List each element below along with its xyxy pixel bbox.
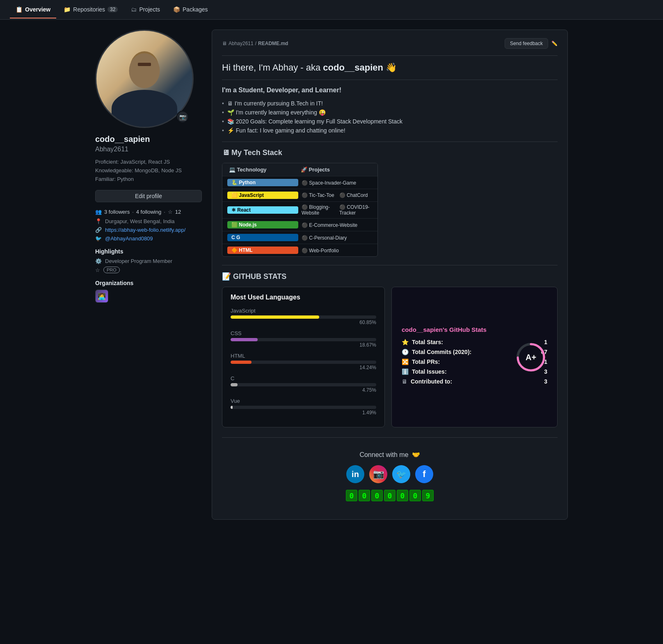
skill-2: Knowledgeable: MongoDB, Node JS (95, 167, 202, 175)
project-tic-tac-toe[interactable]: ⚫ Tic-Tac-Toe (302, 192, 334, 198)
send-feedback-button[interactable]: Send feedback (505, 38, 548, 49)
star-stat-icon: ⭐ (402, 339, 409, 345)
readme-divider (222, 55, 558, 56)
github-stats-card: codo__sapien's GitHub Stats ⭐ Total Star… (391, 287, 558, 427)
twitter-social-icon[interactable]: 🐦 (392, 465, 410, 483)
readme-filename: README.md (258, 41, 288, 46)
twitter-link[interactable]: @AbhayAnand0809 (105, 235, 153, 242)
handshake-icon: 🤝 (412, 451, 420, 459)
username: codo__sapien (95, 135, 202, 144)
tag-python: 🐍 Python (227, 179, 298, 186)
readme-card: 🖥 Abhay2611 / README.md Send feedback ✏️… (212, 30, 568, 520)
website-link[interactable]: https://abhay-web-folio.netlify.app/ (105, 227, 185, 233)
stars-icon: ☆ (168, 209, 173, 215)
location-text: Durgapur, West Bengal, India (105, 218, 175, 224)
digit-3: 0 (371, 490, 383, 501)
twitter-icon: 🐦 (95, 235, 102, 242)
bullet-4: ⚡ Fun fact: I love gaming and chatting o… (222, 126, 558, 135)
avatar-container: 📷 (95, 30, 194, 128)
lang-vue-track (231, 406, 376, 409)
facebook-icon[interactable]: f (415, 465, 433, 483)
issues-icon: ℹ️ (402, 368, 409, 375)
stats-card-title: codo__sapien's GitHub Stats (402, 326, 547, 333)
project-blogging[interactable]: ⚫ Blogging-Website (302, 204, 334, 216)
pro-badge: PRO (103, 267, 120, 273)
skill-1: Proficient: JavaScript, React JS (95, 158, 202, 167)
lang-card-title: Most Used Languages (231, 294, 376, 301)
connect-section: Connect with me 🤝 in 📷 🐦 f 0 0 0 0 0 0 9 (222, 437, 558, 511)
stars-link[interactable]: 12 (175, 209, 181, 215)
bullet-1: 🖥 I'm currently pursuing B.Tech in IT! (222, 99, 558, 108)
linkedin-icon[interactable]: in (346, 465, 364, 483)
digit-7: 9 (422, 490, 434, 501)
tech-row-cpp: C G ⚫ C-Personal-Diary (222, 231, 377, 244)
tag-react: ⚛ React (227, 206, 298, 214)
tech-row-js: 🟨 JavaScript ⚫ Tic-Tac-Toe ⚫ ChatCord (222, 189, 377, 201)
project-space-invader[interactable]: ⚫ Space-Invader-Game (302, 180, 356, 186)
language-card: Most Used Languages JavaScript 60.85% CS… (222, 287, 385, 427)
readme-actions: Send feedback ✏️ (505, 38, 558, 49)
tab-projects-label: Projects (139, 6, 160, 13)
pr-icon: 🔀 (402, 359, 409, 365)
readme-subtitle: I'm a Student, Developer, and Learner! (222, 87, 558, 94)
project-diary[interactable]: ⚫ C-Personal-Diary (302, 235, 347, 241)
org-avatar[interactable]: 🧑‍💻 (95, 290, 108, 303)
tab-overview[interactable]: 📋 Overview (10, 1, 56, 18)
highlight-dev-program: ⚙️ Developer Program Member (95, 258, 202, 264)
bullet-2: 🌱 I'm currently learning everything 😜 (222, 108, 558, 117)
tab-packages[interactable]: 📦 Packages (167, 1, 213, 18)
project-ecommerce[interactable]: ⚫ E-Commerce-Website (302, 222, 357, 228)
edit-icon[interactable]: ✏️ (551, 41, 558, 46)
projects-icon: 🗂 (131, 6, 137, 13)
lang-js: JavaScript 60.85% (231, 308, 376, 325)
followers-link[interactable]: 3 followers (104, 209, 130, 215)
tab-packages-label: Packages (183, 6, 208, 13)
readme-divider-2 (222, 80, 558, 80)
location-icon: 📍 (95, 218, 102, 224)
col-technology: 💻 Technology (229, 167, 299, 173)
readme-path: 🖥 Abhay2611 / README.md (222, 41, 288, 46)
lang-css: CSS 18.67% (231, 330, 376, 348)
social-icons: in 📷 🐦 f (222, 465, 558, 483)
project-portfolio[interactable]: ⚫ Web-Portfolio (302, 248, 339, 253)
digit-1: 0 (346, 490, 357, 501)
packages-icon: 📦 (173, 6, 180, 13)
login: Abhay2611 (95, 146, 202, 153)
star-icon: ☆ (95, 267, 100, 273)
edit-profile-button[interactable]: Edit profile (95, 190, 202, 202)
project-covid[interactable]: ⚫ COVID19-Tracker (339, 204, 373, 216)
tag-html: 🔶 HTML (227, 247, 298, 254)
bio-skills: Proficient: JavaScript, React JS Knowled… (95, 158, 202, 183)
lang-c-bar (231, 383, 238, 386)
stat-contributed-to: 🖥 Contributed to: 3 (402, 378, 547, 385)
lang-css-bar (231, 338, 258, 341)
tech-table-header: 💻 Technology 🚀 Projects (222, 163, 377, 176)
twitter-item: 🐦 @AbhayAnand0809 (95, 235, 202, 242)
highlights-title: Highlights (95, 248, 202, 255)
link-icon: 🔗 (95, 227, 102, 233)
col-projects: 🚀 Projects (301, 167, 371, 173)
dev-program-icon: ⚙️ (95, 258, 102, 264)
lang-html: HTML 14.24% (231, 353, 376, 370)
tab-repositories[interactable]: 📁 Repositories 32 (58, 1, 123, 18)
readme-header: 🖥 Abhay2611 / README.md Send feedback ✏️ (222, 38, 558, 49)
location-item: 📍 Durgapur, West Bengal, India (95, 218, 202, 224)
contrib-icon: 🖥 (402, 378, 407, 385)
following-link[interactable]: 4 following (136, 209, 161, 215)
github-stats-header: 📝 GITHUB STATS (222, 272, 558, 281)
project-chatcord[interactable]: ⚫ ChatCord (339, 192, 368, 198)
main-layout: 📷 codo__sapien Abhay2611 Proficient: Jav… (85, 20, 578, 539)
readme-user-link[interactable]: Abhay2611 (229, 41, 254, 46)
instagram-icon[interactable]: 📷 (369, 465, 387, 483)
tab-projects[interactable]: 🗂 Projects (125, 1, 166, 18)
grade-circle: A+ (514, 341, 547, 374)
connect-title: Connect with me 🤝 (222, 451, 558, 459)
lang-css-pct: 18.67% (231, 342, 376, 348)
lang-c: C 4.75% (231, 375, 376, 393)
camera-badge[interactable]: 📷 (176, 111, 189, 123)
highlight-pro: ☆ PRO (95, 267, 202, 273)
dev-program-label: Developer Program Member (105, 258, 172, 264)
stats-row: Most Used Languages JavaScript 60.85% CS… (222, 287, 558, 427)
tech-table: 💻 Technology 🚀 Projects 🐍 Python ⚫ Space… (222, 163, 378, 257)
tech-row-nodejs: 🟩 Node.js ⚫ E-Commerce-Website (222, 218, 377, 231)
